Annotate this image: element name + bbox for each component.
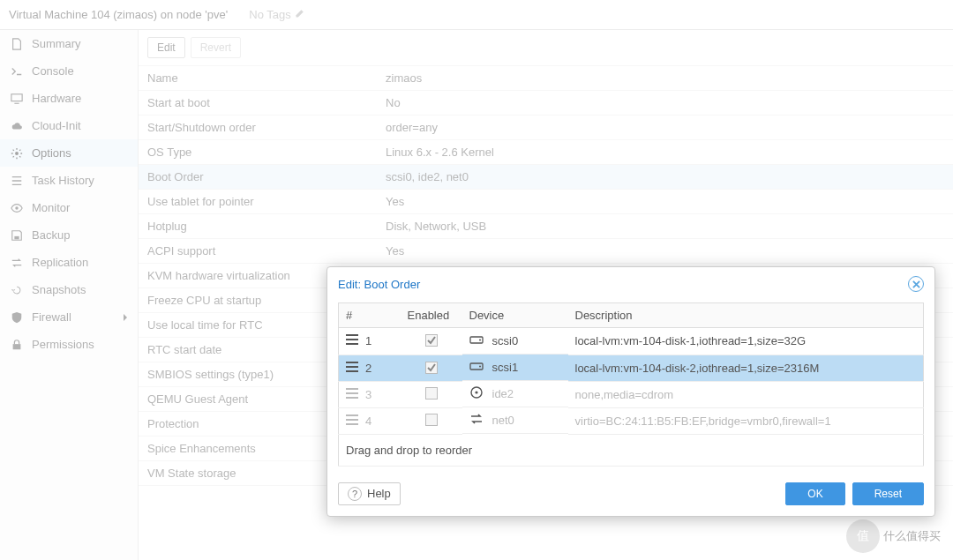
close-button[interactable] bbox=[908, 276, 924, 292]
svg-rect-0 bbox=[11, 93, 22, 101]
options-row[interactable]: Use tablet for pointerYes bbox=[139, 190, 953, 214]
watermark-badge: 值 bbox=[846, 519, 880, 553]
boot-order-row[interactable]: 3ide2none,media=cdrom bbox=[339, 381, 924, 407]
option-value: zimaos bbox=[377, 66, 953, 91]
sidebar-item-label: Replication bbox=[32, 256, 88, 269]
svg-point-10 bbox=[475, 391, 477, 393]
device-description: local-lvm:vm-104-disk-1,iothread=1,size=… bbox=[568, 328, 924, 355]
options-row[interactable]: Start at bootNo bbox=[139, 91, 953, 116]
enabled-cell[interactable] bbox=[401, 381, 462, 407]
device-cell: scsi1 bbox=[462, 355, 568, 381]
device-description: none,media=cdrom bbox=[568, 381, 924, 407]
svg-point-2 bbox=[15, 206, 19, 210]
col-device[interactable]: Device bbox=[462, 303, 568, 328]
order-number: 4 bbox=[365, 414, 371, 428]
enabled-cell[interactable] bbox=[401, 407, 462, 434]
options-row[interactable]: Namezimaos bbox=[139, 66, 953, 91]
sidebar-item-label: Cloud-Init bbox=[32, 119, 81, 132]
col-desc[interactable]: Description bbox=[568, 303, 924, 328]
save-icon bbox=[9, 229, 25, 242]
device-name: ide2 bbox=[492, 387, 514, 400]
shield-icon bbox=[9, 311, 25, 324]
option-key: Name bbox=[139, 66, 377, 91]
sidebar-item-firewall[interactable]: Firewall bbox=[0, 303, 138, 331]
device-description: local-lvm:vm-104-disk-2,iothread=1,size=… bbox=[568, 355, 924, 381]
gear-icon bbox=[9, 147, 25, 160]
sidebar-item-monitor[interactable]: Monitor bbox=[0, 194, 138, 221]
ok-button[interactable]: OK bbox=[785, 482, 844, 505]
order-number: 2 bbox=[365, 362, 371, 375]
option-key: Boot Order bbox=[139, 165, 377, 190]
option-value: order=any bbox=[377, 116, 953, 140]
help-button[interactable]: ? Help bbox=[338, 482, 401, 505]
sidebar-item-hardware[interactable]: Hardware bbox=[0, 85, 138, 112]
enabled-checkbox[interactable] bbox=[425, 387, 438, 399]
device-cell: ide2 bbox=[462, 381, 568, 407]
sidebar-item-console[interactable]: Console bbox=[0, 57, 138, 85]
net-icon bbox=[469, 412, 484, 429]
dialog-header[interactable]: Edit: Boot Order bbox=[327, 267, 934, 297]
watermark-text: 什么值得买 bbox=[883, 528, 941, 544]
no-tags-label: No Tags bbox=[249, 0, 290, 30]
drag-handle[interactable]: 4 bbox=[339, 407, 401, 434]
sidebar-item-cloud-init[interactable]: Cloud-Init bbox=[0, 112, 138, 139]
sidebar-item-label: Hardware bbox=[32, 92, 81, 105]
device-cell: net0 bbox=[462, 407, 568, 434]
options-row[interactable]: HotplugDisk, Network, USB bbox=[139, 214, 953, 239]
sidebar-item-label: Task History bbox=[32, 174, 94, 187]
tags-button[interactable]: No Tags bbox=[249, 0, 304, 30]
device-description: virtio=BC:24:11:B5:FB:EF,bridge=vmbr0,fi… bbox=[568, 407, 924, 434]
boot-order-row[interactable]: 2scsi1local-lvm:vm-104-disk-2,iothread=1… bbox=[339, 355, 924, 381]
option-value: Yes bbox=[377, 190, 953, 214]
svg-point-1 bbox=[15, 152, 19, 155]
sidebar: SummaryConsoleHardwareCloud-InitOptionsT… bbox=[0, 30, 139, 560]
col-enabled[interactable]: Enabled bbox=[401, 303, 462, 328]
hdd-icon bbox=[469, 332, 484, 349]
sidebar-item-snapshots[interactable]: Snapshots bbox=[0, 276, 138, 303]
revert-button[interactable]: Revert bbox=[191, 37, 241, 58]
enabled-checkbox[interactable] bbox=[425, 334, 438, 347]
sidebar-item-label: Console bbox=[32, 64, 74, 78]
boot-order-row[interactable]: 4net0virtio=BC:24:11:B5:FB:EF,bridge=vmb… bbox=[339, 407, 924, 434]
exchange-icon bbox=[9, 257, 25, 269]
option-value: No bbox=[377, 91, 953, 116]
history-icon bbox=[9, 284, 25, 296]
pencil-icon bbox=[295, 0, 305, 30]
col-order[interactable]: # bbox=[339, 303, 401, 328]
sidebar-item-replication[interactable]: Replication bbox=[0, 249, 138, 276]
options-row[interactable]: ACPI supportYes bbox=[139, 239, 953, 264]
file-icon bbox=[9, 38, 25, 50]
cloud-icon bbox=[9, 120, 25, 132]
options-row[interactable]: Start/Shutdown orderorder=any bbox=[139, 116, 953, 140]
option-key: Start at boot bbox=[139, 91, 377, 116]
enabled-cell[interactable] bbox=[401, 355, 462, 381]
option-value: scsi0, ide2, net0 bbox=[377, 165, 953, 190]
sidebar-item-options[interactable]: Options bbox=[0, 139, 138, 167]
option-key: Hotplug bbox=[139, 214, 377, 239]
enabled-checkbox[interactable] bbox=[425, 414, 438, 426]
sidebar-item-label: Firewall bbox=[32, 310, 71, 324]
list-icon bbox=[9, 175, 25, 187]
svg-rect-4 bbox=[13, 344, 21, 349]
enabled-checkbox[interactable] bbox=[425, 362, 438, 374]
desktop-icon bbox=[9, 93, 25, 105]
sidebar-item-backup[interactable]: Backup bbox=[0, 221, 138, 249]
options-row[interactable]: Boot Orderscsi0, ide2, net0 bbox=[139, 165, 953, 190]
enabled-cell[interactable] bbox=[401, 328, 462, 355]
eye-icon bbox=[9, 202, 25, 214]
sidebar-item-permissions[interactable]: Permissions bbox=[0, 331, 138, 358]
reset-button[interactable]: Reset bbox=[852, 482, 924, 505]
edit-button[interactable]: Edit bbox=[147, 37, 185, 58]
drag-handle[interactable]: 2 bbox=[339, 355, 401, 381]
drag-handle[interactable]: 1 bbox=[339, 328, 401, 355]
sidebar-item-label: Monitor bbox=[32, 201, 70, 214]
sidebar-item-task-history[interactable]: Task History bbox=[0, 167, 138, 194]
options-row[interactable]: OS TypeLinux 6.x - 2.6 Kernel bbox=[139, 140, 953, 165]
drag-handle[interactable]: 3 bbox=[339, 381, 401, 407]
boot-order-row[interactable]: 1scsi0local-lvm:vm-104-disk-1,iothread=1… bbox=[339, 328, 924, 355]
option-key: OS Type bbox=[139, 140, 377, 165]
sidebar-item-summary[interactable]: Summary bbox=[0, 30, 138, 57]
cd-icon bbox=[469, 385, 484, 402]
svg-point-6 bbox=[479, 340, 481, 341]
option-key: Start/Shutdown order bbox=[139, 116, 377, 140]
